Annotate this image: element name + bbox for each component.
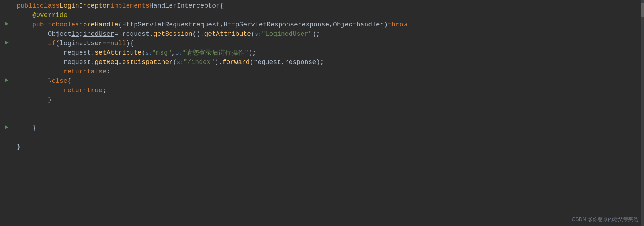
arrow-icon-5: ▶ (5, 38, 9, 48)
line-15-content (14, 132, 21, 142)
code-line-5: ▶ if (loginedUser== null ){ (0, 38, 644, 48)
scrollbar-thumb[interactable] (641, 3, 644, 17)
label-o: o: (175, 49, 182, 58)
code-line-14: ▶ } (0, 123, 644, 132)
line-6-content: request. setAttribute ( s: "msg" , o: "请… (14, 48, 256, 57)
code-line-1: public class LoginInceptor implements Ha… (0, 1, 644, 10)
gutter-6 (0, 48, 14, 57)
type-object: Object (333, 20, 357, 30)
string-login-msg: "请您登录后进行操作" (182, 48, 248, 58)
arrow-icon-3: ▶ (5, 20, 9, 29)
code-line-6: request. setAttribute ( s: "msg" , o: "请… (0, 48, 644, 57)
gutter-15 (0, 132, 14, 142)
gutter-1 (0, 1, 14, 10)
keyword-if: if (48, 38, 56, 49)
arrow-icon-9: ▶ (5, 76, 9, 85)
line-10-content: return true ; (14, 85, 106, 95)
line-11-content: } (14, 95, 52, 104)
type-object-2: Object (48, 29, 71, 39)
line-3-content: public boolean preHandle ( HttpServletRe… (14, 20, 407, 29)
gutter-8 (0, 67, 14, 76)
keyword-null: null (110, 38, 126, 49)
code-editor: public class LoginInceptor implements Ha… (0, 0, 644, 226)
code-line-7: request. getRequestDispatcher ( s: "/ind… (0, 57, 644, 67)
code-line-15 (0, 132, 644, 142)
gutter-13 (0, 114, 14, 123)
keyword-boolean: boolean (56, 20, 83, 30)
var-logineduser: loginedUser (71, 29, 114, 39)
label-s: s: (255, 30, 261, 39)
method-prehandle: preHandle (83, 20, 118, 30)
method-setattribute: setAttribute (95, 48, 142, 58)
method-forward: forward (222, 57, 250, 68)
gutter-2 (0, 10, 14, 20)
gutter-11 (0, 95, 14, 104)
method-getattribute: getAttribute (204, 29, 251, 39)
code-line-4: Object loginedUser = request. getSession… (0, 29, 644, 38)
code-line-12 (0, 104, 644, 114)
code-line-8: return false ; (0, 67, 644, 76)
code-line-16: } (0, 142, 644, 151)
line-13-content (14, 114, 21, 123)
keyword-return-2: return (64, 85, 87, 96)
line-4-content: Object loginedUser = request. getSession… (14, 29, 320, 38)
vertical-scrollbar[interactable] (641, 0, 644, 226)
annotation-override: @Override (32, 10, 67, 21)
method-getrequestdispatcher: getRequestDispatcher (95, 57, 173, 68)
label-s-2: s: (145, 49, 152, 58)
line-1-content: public class LoginInceptor implements Ha… (14, 1, 224, 10)
method-getsession: getSession (153, 29, 192, 39)
line-2-content: @Override (14, 10, 67, 20)
gutter-3: ▶ (0, 20, 14, 29)
gutter-14: ▶ (0, 123, 14, 132)
code-line-3: ▶ public boolean preHandle ( HttpServlet… (0, 20, 644, 29)
line-8-content: return false ; (14, 67, 110, 76)
keyword-public-2: public (32, 20, 56, 30)
line-9-content: } else { (14, 76, 71, 85)
string-msg: "msg" (152, 48, 172, 58)
gutter-12 (0, 104, 14, 114)
code-line-2: @Override (0, 10, 644, 20)
watermark: CSDN @你慈厚的老父亲突然 (572, 215, 638, 223)
keyword-throw: throw (388, 20, 407, 30)
label-s-3: s: (177, 59, 183, 67)
code-line-10: return true ; (0, 85, 644, 95)
keyword-class: class (40, 1, 60, 11)
line-16-content: } (14, 142, 21, 151)
code-line-13 (0, 114, 644, 123)
gutter-10 (0, 85, 14, 95)
gutter-7 (0, 57, 14, 67)
keyword-return: return (64, 67, 87, 77)
keyword-implements: implements (110, 1, 149, 11)
line-7-content: request. getRequestDispatcher ( s: "/ind… (14, 57, 324, 67)
type-httpservletrequest: HttpServletRequest (122, 20, 192, 30)
line-5-content: if (loginedUser== null ){ (14, 38, 134, 48)
string-index: "/index" (183, 57, 214, 68)
gutter-16 (0, 142, 14, 151)
class-name: LoginInceptor (60, 1, 110, 11)
keyword-public: public (17, 1, 40, 11)
keyword-true: true (87, 85, 102, 96)
interface-name: HandlerInterceptor (149, 1, 219, 11)
keyword-false: false (87, 67, 106, 77)
code-line-9: ▶ } else { (0, 76, 644, 85)
code-line-11: } (0, 95, 644, 104)
line-12-content (14, 104, 21, 114)
string-logineduser: "LoginedUser" (261, 29, 312, 39)
gutter-4 (0, 29, 14, 38)
gutter-9: ▶ (0, 76, 14, 85)
type-httpservletresponse: HttpServletResponse (224, 20, 298, 30)
arrow-icon-14: ▶ (5, 123, 9, 132)
line-14-content: } (14, 123, 36, 132)
gutter-5: ▶ (0, 38, 14, 48)
keyword-else: else (52, 76, 67, 86)
code-content: public class LoginInceptor implements Ha… (0, 0, 644, 226)
